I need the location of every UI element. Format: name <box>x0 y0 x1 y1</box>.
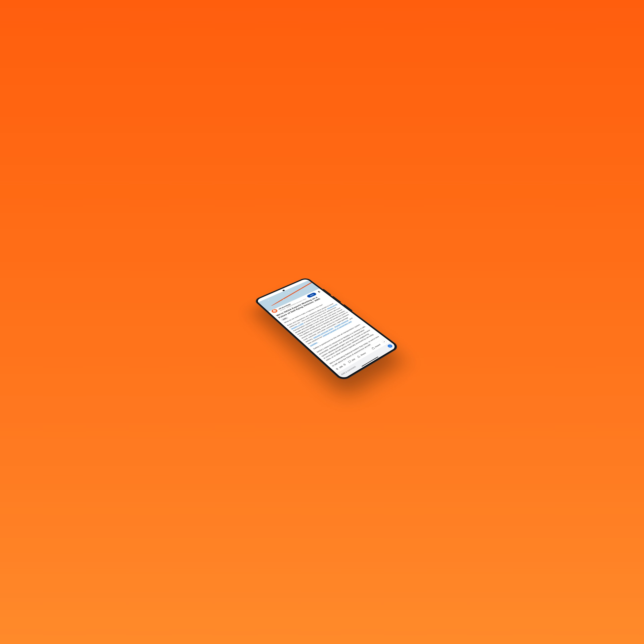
emoji-button[interactable] <box>387 344 393 348</box>
award-label: Award <box>374 343 381 348</box>
share-label: Share <box>360 352 366 356</box>
phone-mockup: r/Futurology u/nasa Official NASA accoun… <box>253 277 400 382</box>
screen: r/Futurology u/nasa Official NASA accoun… <box>256 278 397 379</box>
profile-icon[interactable] <box>317 290 321 293</box>
svg-point-1 <box>388 345 392 347</box>
comments-count: 204 <box>351 358 356 361</box>
upvote-count: 266 <box>338 365 343 368</box>
downvote-button[interactable] <box>342 363 347 367</box>
scene: r/Futurology u/nasa Official NASA accoun… <box>0 0 644 644</box>
phone-body: r/Futurology u/nasa Official NASA accoun… <box>253 277 400 382</box>
reddit-snoo-icon <box>272 309 277 313</box>
upvote-button[interactable] <box>335 367 340 371</box>
collapse-toggle[interactable] <box>381 339 388 344</box>
